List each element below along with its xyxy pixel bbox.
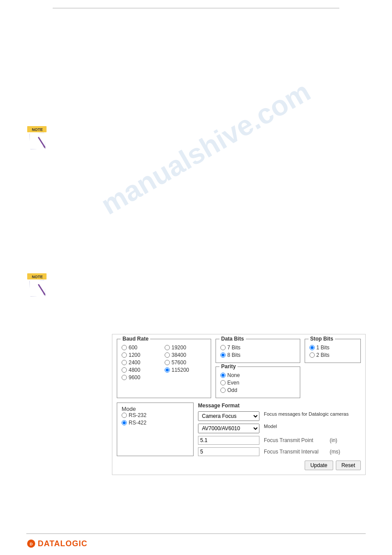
note-icon-2: NOTE [26,272,48,299]
settings-panel: Baud Rate 600 19200 1200 38400 [112,334,366,475]
baud-57600[interactable]: 57600 [165,359,206,366]
stop-bits-options: 1 Bits 2 Bits [309,345,356,358]
footer-logo: D DATALOGIC [26,539,87,548]
baud-9600-label: 9600 [129,374,140,381]
svg-text:NOTE: NOTE [32,127,43,132]
baud-115200-radio[interactable] [165,367,170,373]
stop-bits-2[interactable]: 2 Bits [309,352,356,358]
parity-even-label: Even [227,380,239,386]
message-format-label: Message Format [198,403,361,409]
stop-bits-label: Stop Bits [309,336,335,342]
baud-57600-radio[interactable] [165,360,170,365]
baud-19200[interactable]: 19200 [165,345,206,351]
data-bits-8-label: 8 Bits [227,352,241,358]
stop-bits-group: Stop Bits 1 Bits 2 Bits [305,339,361,363]
baud-4800-label: 4800 [129,367,140,373]
note-icon-1: NOTE [26,125,48,152]
parity-odd[interactable]: Odd [220,387,295,393]
stop-bits-2-radio[interactable] [309,352,315,358]
baud-600-radio[interactable] [122,345,127,350]
mode-group: Mode RS-232 RS-422 [117,403,194,456]
focus-transmit-interval-row: Focus Transmit Interval (ms) [198,447,361,456]
mode-rs232-label: RS-232 [129,412,147,418]
parity-even-radio[interactable] [220,380,226,385]
message-format-row1: Camera Focus Focus messages for Datalogi… [198,411,361,421]
data-bits-8[interactable]: 8 Bits [220,352,295,358]
parity-none-radio[interactable] [220,373,226,378]
mode-rs232-radio[interactable] [122,413,127,418]
focus-transmit-interval-input[interactable] [198,447,259,456]
stop-bits-1-label: 1 Bits [316,345,330,351]
focus-transmit-interval-unit: (ms) [330,449,340,455]
baud-rate-group: Baud Rate 600 19200 1200 38400 [117,339,211,398]
svg-text:D: D [30,542,33,546]
baud-1200[interactable]: 1200 [122,352,158,358]
parity-none-label: None [227,372,240,378]
button-row: Update Reset [117,461,361,470]
baud-19200-label: 19200 [172,345,186,351]
update-button[interactable]: Update [305,461,333,470]
baud-2400-label: 2400 [129,359,140,366]
parity-label: Parity [219,363,237,370]
data-bits-7-label: 7 Bits [227,345,241,351]
data-bits-options: 7 Bits 8 Bits [220,345,295,358]
focus-transmit-point-input[interactable] [198,436,259,445]
mode-rs422-label: RS-422 [129,420,147,426]
reset-button[interactable]: Reset [336,461,361,470]
baud-1200-radio[interactable] [122,352,127,358]
mode-label: Mode [122,406,189,412]
focus-transmit-interval-label: Focus Transmit Interval [264,449,325,455]
baud-115200-label: 115200 [172,367,189,373]
data-bits-7-radio[interactable] [220,345,226,350]
baud-19200-radio[interactable] [165,345,170,350]
parity-odd-radio[interactable] [220,388,226,393]
svg-rect-4 [30,133,45,149]
baud-rate-label: Baud Rate [121,336,150,342]
stop-bits-1-radio[interactable] [309,345,315,350]
data-bits-label: Data Bits [219,336,246,342]
mode-rs422[interactable]: RS-422 [122,420,189,426]
baud-9600-radio[interactable] [122,375,127,380]
model-label: Model [264,424,361,429]
baud-2400[interactable]: 2400 [122,359,158,366]
message-format-area: Message Format Camera Focus Focus messag… [198,403,361,456]
parity-even[interactable]: Even [220,380,295,386]
data-bits-8-radio[interactable] [220,352,226,358]
baud-57600-label: 57600 [172,359,186,366]
message-format-description: Focus messages for Datalogic cameras [264,411,361,417]
baud-38400[interactable]: 38400 [165,352,206,358]
parity-none[interactable]: None [220,372,295,378]
baud-4800[interactable]: 4800 [122,367,158,373]
settings-top-row: Baud Rate 600 19200 1200 38400 [117,339,361,398]
parity-options: None Even Odd [220,372,295,393]
baud-115200[interactable]: 115200 [165,367,206,373]
baud-2400-radio[interactable] [122,360,127,365]
focus-transmit-point-row: Focus Transmit Point (in) [198,436,361,445]
watermark: manualshive.com [95,75,316,221]
stop-bits-1[interactable]: 1 Bits [309,345,356,351]
parity-group: Parity None Even Odd [216,366,300,398]
bottom-rule [26,533,366,534]
parity-odd-label: Odd [227,387,237,393]
baud-rate-options: 600 19200 1200 38400 2400 [122,345,206,381]
message-format-dropdown[interactable]: Camera Focus [198,411,259,421]
baud-600[interactable]: 600 [122,345,158,351]
top-rule [53,8,339,8]
mode-rs422-radio[interactable] [122,420,127,425]
message-format-row2: AV7000/AV6010 Model [198,424,361,433]
stop-bits-2-label: 2 Bits [316,352,330,358]
baud-4800-radio[interactable] [122,367,127,373]
baud-38400-label: 38400 [172,352,186,358]
svg-text:NOTE: NOTE [32,275,43,279]
settings-middle-row: Mode RS-232 RS-422 Message Format Camera… [117,403,361,456]
data-bits-7[interactable]: 7 Bits [220,345,295,351]
mode-options: RS-232 RS-422 [122,412,189,426]
data-bits-group: Data Bits 7 Bits 8 Bits [216,339,300,363]
model-dropdown[interactable]: AV7000/AV6010 [198,424,259,433]
baud-9600[interactable]: 9600 [122,374,158,381]
baud-38400-radio[interactable] [165,352,170,358]
svg-rect-11 [30,280,45,296]
logo-text: DATALOGIC [38,539,87,548]
focus-transmit-point-label: Focus Transmit Point [264,437,325,443]
mode-rs232[interactable]: RS-232 [122,412,189,418]
